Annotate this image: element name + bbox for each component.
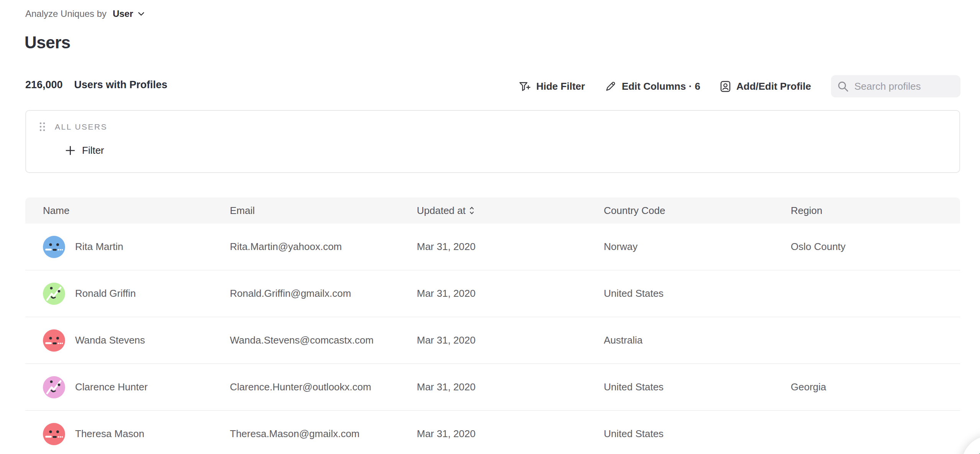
name-cell: Wanda Stevens (25, 329, 212, 352)
add-edit-profile-button[interactable]: Add/Edit Profile (720, 81, 811, 92)
user-updated-at: Mar 31, 2020 (399, 288, 586, 299)
table-body: Rita Martin Rita.Martin@yahoox.com Mar 3… (25, 224, 960, 454)
user-updated-at: Mar 31, 2020 (399, 428, 586, 440)
name-cell: Ronald Griffin (25, 283, 212, 305)
name-cell: Rita Martin (25, 236, 212, 258)
chevron-down-icon (138, 12, 144, 16)
table-row[interactable]: Rita Martin Rita.Martin@yahoox.com Mar 3… (25, 224, 960, 270)
column-header-country-code-label: Country Code (604, 205, 665, 217)
users-page: Analyze Uniques by User Users 216,000 Us… (0, 0, 980, 454)
search-profiles-box (831, 75, 960, 97)
user-country-code: United States (586, 288, 773, 299)
user-updated-at: Mar 31, 2020 (399, 334, 586, 346)
profiles-count-row: 216,000 Users with Profiles (25, 79, 167, 91)
user-avatar (43, 236, 65, 258)
column-header-name[interactable]: Name (25, 205, 212, 217)
user-avatar (43, 283, 65, 305)
column-header-email[interactable]: Email (212, 205, 399, 217)
filter-card: ALL USERS Filter (25, 110, 960, 173)
add-edit-profile-label: Add/Edit Profile (736, 81, 811, 92)
user-country-code: Norway (586, 241, 773, 253)
user-updated-at: Mar 31, 2020 (399, 241, 586, 253)
column-header-country-code[interactable]: Country Code (586, 205, 773, 217)
table-row[interactable]: Clarence Hunter Clarence.Hunter@outlookx… (25, 364, 960, 411)
column-header-updated-at[interactable]: Updated at (399, 205, 586, 217)
user-name: Ronald Griffin (75, 288, 136, 299)
user-avatar (43, 423, 65, 445)
help-fab[interactable] (962, 436, 980, 454)
add-filter-button[interactable]: Filter (65, 145, 104, 156)
user-name: Wanda Stevens (75, 334, 145, 346)
user-name: Rita Martin (75, 241, 123, 253)
column-header-updated-at-label: Updated at (417, 205, 465, 217)
profiles-count-label: Users with Profiles (74, 79, 167, 91)
analyze-uniques-value: User (113, 8, 133, 19)
user-email: Clarence.Hunter@outlookx.com (212, 381, 399, 393)
profiles-count: 216,000 (25, 79, 63, 91)
pencil-icon (605, 81, 616, 92)
edit-columns-button[interactable]: Edit Columns · 6 (605, 81, 700, 92)
user-region: Georgia (773, 381, 960, 393)
column-header-region-label: Region (791, 205, 822, 217)
user-email: Rita.Martin@yahoox.com (212, 241, 399, 253)
all-users-label: ALL USERS (55, 122, 107, 132)
funnel-plus-icon (519, 81, 531, 92)
user-region: Oslo County (773, 241, 960, 253)
analyze-uniques-row: Analyze Uniques by User (25, 8, 144, 19)
add-filter-label: Filter (82, 145, 104, 156)
table-row[interactable]: Wanda Stevens Wanda.Stevens@comcastx.com… (25, 317, 960, 364)
user-email: Theresa.Mason@gmailx.com (212, 428, 399, 440)
page-title: Users (25, 33, 70, 52)
edit-columns-label: Edit Columns · 6 (622, 81, 700, 92)
plus-icon (65, 145, 75, 156)
search-icon (837, 81, 849, 92)
analyze-uniques-dropdown[interactable]: User (113, 8, 144, 19)
user-name: Clarence Hunter (75, 381, 147, 393)
user-updated-at: Mar 31, 2020 (399, 381, 586, 393)
hide-filter-label: Hide Filter (536, 81, 585, 92)
drag-handle-icon[interactable] (39, 122, 46, 132)
name-cell: Theresa Mason (25, 423, 212, 445)
user-avatar (43, 329, 65, 352)
search-profiles-input[interactable] (854, 81, 980, 92)
table-row[interactable]: Ronald Griffin Ronald.Griffin@gmailx.com… (25, 270, 960, 317)
user-country-code: United States (586, 381, 773, 393)
all-users-group: ALL USERS (39, 122, 107, 132)
toolbar: Hide Filter Edit Columns · 6 Add/Edit Pr… (494, 75, 960, 97)
profile-card-icon (720, 81, 731, 92)
user-name: Theresa Mason (75, 428, 144, 440)
sort-chevrons-icon (469, 206, 474, 215)
table-header: Name Email Updated at Country Code Regio… (25, 197, 960, 224)
column-header-region[interactable]: Region (773, 205, 960, 217)
users-table: Name Email Updated at Country Code Regio… (25, 197, 960, 454)
column-header-email-label: Email (230, 205, 255, 217)
analyze-uniques-label: Analyze Uniques by (25, 8, 107, 19)
table-row[interactable]: Theresa Mason Theresa.Mason@gmailx.com M… (25, 411, 960, 454)
user-country-code: Australia (586, 334, 773, 346)
user-avatar (43, 376, 65, 398)
column-header-name-label: Name (43, 205, 69, 217)
user-country-code: United States (586, 428, 773, 440)
help-fab-green (975, 449, 980, 454)
user-email: Ronald.Griffin@gmailx.com (212, 288, 399, 299)
hide-filter-button[interactable]: Hide Filter (519, 81, 585, 92)
user-email: Wanda.Stevens@comcastx.com (212, 334, 399, 346)
name-cell: Clarence Hunter (25, 376, 212, 398)
